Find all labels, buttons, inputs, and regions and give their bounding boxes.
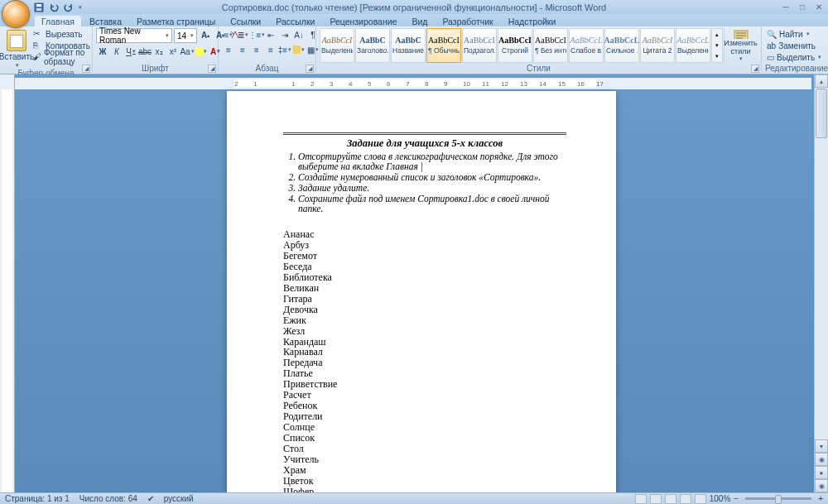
word-item: Ежик (283, 315, 566, 326)
style-item[interactable]: AaBbCcI¶ Без инте... (533, 28, 568, 63)
zoom-level[interactable]: 100% (710, 494, 731, 503)
italic-button[interactable]: К (110, 45, 123, 58)
group-label: Редактирование (765, 64, 825, 74)
select-button[interactable]: ▭Выделить▾ (765, 51, 823, 63)
zoom-out-button[interactable]: − (734, 494, 739, 503)
change-styles-button[interactable]: Изменитьстили▾ (724, 28, 757, 63)
status-word-count[interactable]: Число слов: 64 (79, 494, 137, 503)
style-item[interactable]: AaBbCcIПодзагол... (462, 28, 497, 63)
group-clipboard: Вставить ▾ ✂Вырезать ⎘Копировать 🖌Формат… (0, 26, 93, 74)
scroll-thumb[interactable] (816, 89, 827, 138)
tab-insert[interactable]: Вставка (83, 16, 128, 26)
format-painter-button[interactable]: 🖌Формат по образцу (31, 51, 92, 63)
tab-developer[interactable]: Разработчик (436, 16, 499, 26)
scroll-up-icon[interactable]: ▴ (815, 74, 828, 88)
clipboard-dialog-icon[interactable]: ◢ (82, 65, 90, 73)
decrease-indent-button[interactable]: ⇤ (264, 28, 277, 41)
paste-button[interactable]: Вставить ▾ (3, 28, 30, 69)
task-item: Отсортируйте слова в лексикографическом … (298, 151, 566, 171)
zoom-slider[interactable] (745, 497, 811, 500)
tab-view[interactable]: Вид (405, 16, 434, 26)
save-icon[interactable] (33, 2, 45, 13)
word-item: Карандаш (283, 337, 566, 348)
subscript-button[interactable]: x₂ (152, 45, 166, 58)
change-case-button[interactable]: Aa▾ (181, 45, 194, 58)
shading-button[interactable]: ▾ (292, 43, 306, 56)
align-right-button[interactable]: ≡ (250, 43, 263, 56)
align-left-button[interactable]: ≡ (222, 43, 235, 56)
scroll-down-icon[interactable]: ▾ (815, 439, 828, 453)
paragraph-dialog-icon[interactable]: ◢ (306, 65, 314, 73)
align-center-button[interactable]: ≡ (236, 43, 249, 56)
office-button[interactable] (2, 0, 30, 28)
status-page[interactable]: Страница: 1 из 1 (5, 494, 70, 503)
increase-indent-button[interactable]: ⇥ (278, 28, 291, 41)
qat-more-icon[interactable]: ▾ (79, 4, 82, 11)
sort-button[interactable]: A↓ (292, 28, 306, 41)
next-page-icon[interactable]: ◉ (815, 479, 828, 492)
vertical-scrollbar[interactable]: ▴ ▾ ◉ ● ◉ (814, 74, 828, 492)
brush-icon: 🖌 (33, 52, 41, 62)
tab-mailings[interactable]: Рассылки (269, 16, 321, 26)
view-full-screen[interactable] (650, 494, 662, 504)
styles-more-button[interactable]: ▴▾▾ (711, 28, 723, 63)
status-language[interactable]: русский (164, 494, 194, 503)
justify-button[interactable]: ≡ (264, 43, 277, 56)
style-item[interactable]: AaBbCcLСильное ... (604, 28, 639, 63)
superscript-button[interactable]: x² (166, 45, 180, 58)
find-button[interactable]: 🔍Найти▾ (765, 28, 823, 40)
prev-page-icon[interactable]: ◉ (815, 453, 828, 466)
style-item[interactable]: AaBbCcLСлабое в... (569, 28, 604, 63)
line-spacing-button[interactable]: ‡≡▾ (278, 43, 291, 56)
svg-rect-2 (36, 8, 41, 11)
close-button[interactable]: ✕ (813, 2, 825, 12)
tab-home[interactable]: Главная (35, 16, 81, 26)
styles-dialog-icon[interactable]: ◢ (751, 65, 759, 73)
word-item: Жезл (283, 326, 566, 337)
page[interactable]: Задание для учащихся 5-х классов Отсорти… (227, 91, 616, 492)
font-dialog-icon[interactable]: ◢ (208, 65, 216, 73)
style-item[interactable]: AaBbCЗаголово... (355, 28, 390, 63)
view-draft[interactable] (695, 494, 706, 504)
bold-button[interactable]: Ж (96, 45, 109, 58)
style-item[interactable]: AaBbCcI¶ Обычный (426, 28, 461, 63)
style-item[interactable]: AaBbCcIВыделение (320, 28, 354, 63)
style-item[interactable]: AaBbCНазвание (391, 28, 426, 63)
tab-references[interactable]: Ссылки (224, 16, 267, 26)
bullets-button[interactable]: ≡▾ (222, 28, 235, 41)
highlight-button[interactable]: ▾ (195, 45, 208, 58)
style-item[interactable]: AaBbCcIЦитата 2 (640, 28, 675, 63)
maximize-button[interactable]: □ (797, 2, 808, 12)
font-name-combo[interactable]: Times New Roman▾ (96, 28, 172, 43)
word-item: Бегемот (283, 251, 566, 262)
view-outline[interactable] (680, 494, 691, 504)
cut-button[interactable]: ✂Вырезать (31, 28, 92, 40)
vertical-ruler[interactable] (0, 74, 15, 492)
browse-object-icon[interactable]: ● (815, 466, 828, 479)
style-item[interactable]: AaBbCcIСтрогий (498, 28, 532, 63)
multilevel-button[interactable]: ⋮≡▾ (250, 28, 263, 41)
status-spellcheck[interactable]: ✔ (147, 494, 154, 503)
task-box: Задание для учащихся 5-х классов Отсорти… (283, 132, 566, 218)
tab-review[interactable]: Рецензирование (323, 16, 403, 26)
redo-icon[interactable] (63, 2, 75, 13)
view-print-layout[interactable] (635, 494, 647, 504)
underline-button[interactable]: Ч▾ (124, 45, 137, 58)
font-size-combo[interactable]: 14▾ (174, 28, 197, 43)
title-bar: ▾ Сортировка.doc (только чтение) [Режим … (0, 0, 828, 14)
word-item: Библиотека (283, 272, 566, 283)
horizontal-ruler[interactable]: 211234567891011121314151617 (15, 78, 811, 89)
strike-button[interactable]: abc (138, 45, 152, 58)
group-styles: AaBbCcIВыделениеAaBbCЗаголово...AaBbCНаз… (316, 26, 762, 74)
grow-font-button[interactable]: A▴ (199, 28, 212, 41)
tab-addins[interactable]: Надстройки (502, 16, 563, 26)
document-area[interactable]: 211234567891011121314151617 Задание для … (15, 74, 828, 492)
tab-page-layout[interactable]: Разметка страницы (130, 16, 222, 26)
minimize-button[interactable]: ─ (780, 2, 792, 12)
status-bar: Страница: 1 из 1 Число слов: 64 ✔ русски… (0, 492, 828, 504)
style-item[interactable]: AaBbCcLВыделенн... (676, 28, 710, 63)
undo-icon[interactable] (48, 2, 60, 13)
replace-button[interactable]: abЗаменить (765, 40, 823, 51)
zoom-in-button[interactable]: + (818, 494, 823, 503)
view-web-layout[interactable] (665, 494, 676, 504)
